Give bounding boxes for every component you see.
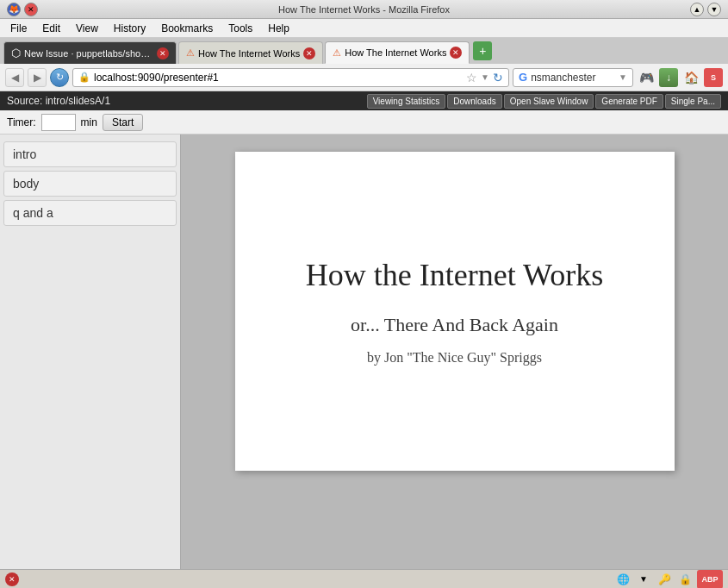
viewing-statistics-btn[interactable]: Viewing Statistics <box>367 94 446 109</box>
slide-title: How the Internet Works <box>306 257 603 293</box>
window-title: How The Internet Works - Mozilla Firefox <box>38 4 690 15</box>
url-reload-icon[interactable]: ↻ <box>493 71 503 84</box>
search-dropdown-icon[interactable]: ▼ <box>619 72 627 82</box>
sidebar-item-q-and-a[interactable]: q and a <box>3 200 177 226</box>
timer-label: Timer: <box>7 116 36 128</box>
refresh-button[interactable]: ↻ <box>50 68 69 87</box>
bookmark-star-icon[interactable]: ☆ <box>466 71 477 84</box>
forward-button[interactable]: ▶ <box>28 68 47 87</box>
status-lock-icon[interactable]: 🔒 <box>676 572 694 586</box>
timer-bar: Timer: min Start <box>0 110 728 134</box>
window-min-max[interactable]: ▲ ▼ <box>690 3 721 16</box>
menu-history[interactable]: History <box>107 21 152 36</box>
status-key-icon[interactable]: 🔑 <box>656 572 673 586</box>
gamepad-icon[interactable]: 🎮 <box>637 68 656 87</box>
timer-min-label: min <box>81 116 97 128</box>
window-scroll-up[interactable]: ▲ <box>690 3 704 16</box>
slide-container: How the Internet Works or... There And B… <box>235 152 675 471</box>
tab-github-close[interactable]: ✕ <box>157 47 169 59</box>
firefox-icon: 🦊 <box>7 3 21 16</box>
github-icon: ⬡ <box>11 47 21 59</box>
menu-tools[interactable]: Tools <box>221 21 259 36</box>
menu-file[interactable]: File <box>3 21 34 36</box>
timer-start-button[interactable]: Start <box>103 114 143 131</box>
lock-icon: 🔒 <box>78 72 90 83</box>
downloads-btn[interactable]: Downloads <box>447 94 501 109</box>
sidebar-item-intro[interactable]: intro <box>3 141 177 167</box>
status-bar: ✕ 🌐 ▼ 🔑 🔒 ABP <box>0 569 728 588</box>
url-text: localhost:9090/presenter#1 <box>94 72 463 84</box>
source-label: Source: intro/slidesA/1 <box>7 95 110 107</box>
abp-button[interactable]: ABP <box>697 570 723 589</box>
address-bar: ◀ ▶ ↻ 🔒 localhost:9090/presenter#1 ☆ ▼ ↻… <box>0 64 728 91</box>
menu-bar: File Edit View History Bookmarks Tools H… <box>0 19 728 38</box>
tab-slide1[interactable]: ⚠ How The Internet Works ✕ <box>178 41 323 64</box>
menu-edit[interactable]: Edit <box>35 21 67 36</box>
status-bar-right: 🌐 ▼ 🔑 🔒 ABP <box>614 570 723 589</box>
title-bar: 🦊 ✕ How The Internet Works - Mozilla Fir… <box>0 0 728 19</box>
back-button[interactable]: ◀ <box>5 68 24 87</box>
tab-slide1-close[interactable]: ✕ <box>303 47 315 59</box>
addon-button[interactable]: S <box>704 68 723 87</box>
tab-github-label: New Issue · puppetlabs/showoff <box>24 48 153 59</box>
download-button[interactable]: ↓ <box>659 68 678 87</box>
url-bar[interactable]: 🔒 localhost:9090/presenter#1 ☆ ▼ ↻ <box>72 68 509 87</box>
tab-slide2-label: How The Internet Works <box>345 47 446 58</box>
window-scroll-down[interactable]: ▼ <box>707 3 721 16</box>
slide2-tab-icon: ⚠ <box>333 47 341 59</box>
open-slave-window-btn[interactable]: Open Slave Window <box>504 94 594 109</box>
sidebar: intro body q and a <box>0 134 181 588</box>
tab-slide2[interactable]: ⚠ How The Internet Works ✕ <box>325 41 470 64</box>
google-logo: G <box>519 71 527 84</box>
slide1-tab-icon: ⚠ <box>186 47 195 59</box>
timer-input[interactable] <box>41 114 76 131</box>
tab-github[interactable]: ⬡ New Issue · puppetlabs/showoff ✕ <box>3 41 177 64</box>
slide-subtitle: or... There And Back Again <box>351 314 558 336</box>
tab-slide1-label: How The Internet Works <box>198 48 300 59</box>
window-controls[interactable]: 🦊 ✕ <box>7 3 38 16</box>
url-dropdown-icon[interactable]: ▼ <box>481 72 489 82</box>
sidebar-item-body[interactable]: body <box>3 171 177 197</box>
window-close-btn[interactable]: ✕ <box>24 3 38 16</box>
new-tab-button[interactable]: + <box>473 41 492 60</box>
home-icon[interactable]: 🏠 <box>681 68 700 87</box>
status-dropdown-icon[interactable]: ▼ <box>635 572 652 586</box>
menu-view[interactable]: View <box>69 21 105 36</box>
tab-bar: ⬡ New Issue · puppetlabs/showoff ✕ ⚠ How… <box>0 38 728 64</box>
search-bar[interactable]: G nsmanchester ▼ <box>513 68 633 87</box>
slide-area: How the Internet Works or... There And B… <box>181 134 728 588</box>
status-network-icon[interactable]: 🌐 <box>614 572 632 586</box>
menu-bookmarks[interactable]: Bookmarks <box>154 21 220 36</box>
generate-pdf-btn[interactable]: Generate PDF <box>595 94 663 109</box>
status-close-icon[interactable]: ✕ <box>5 572 19 586</box>
toolbar-icons: 🎮 ↓ 🏠 S <box>637 68 723 87</box>
source-bar: Source: intro/slidesA/1 Viewing Statisti… <box>0 91 728 110</box>
tab-slide2-close[interactable]: ✕ <box>450 47 462 59</box>
source-bar-buttons: Viewing Statistics Downloads Open Slave … <box>367 94 721 109</box>
search-input-text: nsmanchester <box>531 72 595 84</box>
main-area: intro body q and a How the Internet Work… <box>0 134 728 588</box>
single-page-btn[interactable]: Single Pa... <box>665 94 721 109</box>
slide-author: by Jon "The Nice Guy" Spriggs <box>367 350 542 366</box>
menu-help[interactable]: Help <box>261 21 296 36</box>
